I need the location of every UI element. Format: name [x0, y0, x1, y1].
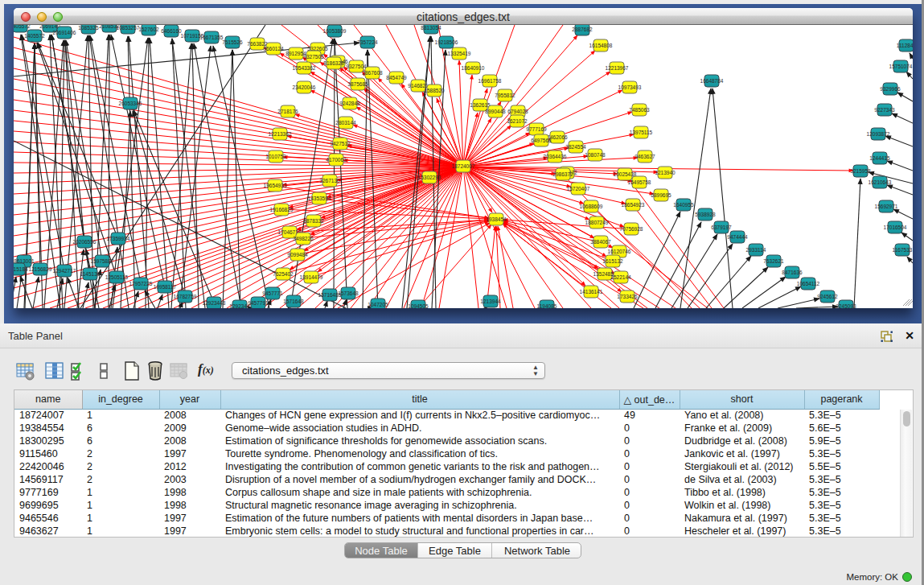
svg-text:14136141: 14136141 — [580, 289, 603, 295]
svg-text:14353594: 14353594 — [308, 196, 331, 201]
svg-text:12156829: 12156829 — [29, 266, 52, 272]
svg-text:3498226: 3498226 — [293, 236, 314, 241]
svg-text:12942717: 12942717 — [53, 268, 76, 274]
svg-text:1244415: 1244415 — [869, 155, 890, 161]
svg-text:9457771: 9457771 — [262, 290, 283, 296]
svg-text:6466160: 6466160 — [161, 28, 182, 34]
svg-text:9245612: 9245612 — [817, 294, 838, 299]
svg-text:3824554: 3824554 — [565, 144, 586, 150]
svg-text:16961758: 16961758 — [478, 78, 502, 84]
svg-text:7955812: 7955812 — [495, 93, 515, 98]
svg-text:1085325: 1085325 — [78, 25, 99, 31]
svg-text:16210643: 16210643 — [869, 179, 892, 185]
svg-text:19654933: 19654933 — [264, 183, 287, 188]
svg-text:1405572: 1405572 — [14, 25, 31, 29]
svg-text:15720407: 15720407 — [567, 186, 590, 192]
svg-text:26053346: 26053346 — [119, 101, 142, 106]
svg-text:3884067: 3884067 — [590, 239, 611, 245]
svg-text:3215958: 3215958 — [850, 168, 871, 174]
svg-text:13325419: 13325419 — [448, 51, 471, 56]
svg-text:1213940: 1213940 — [655, 170, 676, 175]
svg-text:1573648: 1573648 — [338, 290, 359, 296]
svg-text:9329966: 9329966 — [880, 86, 901, 92]
svg-text:12505115: 12505115 — [105, 274, 129, 280]
svg-text:19218506: 19218506 — [435, 39, 458, 45]
svg-text:9245093: 9245093 — [836, 303, 856, 308]
svg-text:1047205: 1047205 — [368, 302, 388, 307]
svg-text:16120746: 16120746 — [608, 249, 631, 254]
svg-text:12213362: 12213362 — [269, 131, 292, 137]
svg-text:18654923: 18654923 — [622, 202, 645, 208]
svg-text:8878332: 8878332 — [303, 218, 324, 224]
svg-text:3915184: 3915184 — [14, 266, 28, 272]
svg-text:9099484: 9099484 — [287, 252, 308, 257]
svg-text:1145139: 1145139 — [80, 271, 101, 277]
svg-text:15495758: 15495758 — [628, 179, 651, 185]
svg-text:1010753: 1010753 — [265, 154, 286, 159]
svg-text:1615132: 1615132 — [602, 258, 623, 264]
svg-text:9777169: 9777169 — [526, 126, 547, 132]
svg-text:8471636: 8471636 — [782, 270, 803, 275]
svg-text:70756928: 70756928 — [620, 226, 643, 232]
svg-text:17016504: 17016504 — [884, 225, 907, 230]
svg-text:5938928: 5938928 — [695, 212, 716, 217]
svg-text:15302293: 15302293 — [418, 175, 441, 180]
svg-text:16648784: 16648784 — [700, 78, 724, 84]
svg-text:23420046: 23420046 — [293, 84, 316, 90]
svg-text:15692971: 15692971 — [875, 204, 898, 209]
svg-text:9474444: 9474444 — [727, 234, 748, 240]
svg-text:7515526: 7515526 — [222, 39, 243, 45]
svg-text:9463627: 9463627 — [634, 154, 655, 159]
svg-text:2867608: 2867608 — [362, 70, 383, 76]
svg-text:3267130: 3267130 — [319, 178, 340, 183]
svg-text:6794028: 6794028 — [507, 109, 528, 114]
svg-text:1621072: 1621072 — [507, 118, 528, 124]
svg-text:10688609: 10688609 — [580, 204, 603, 209]
svg-text:4170063: 4170063 — [326, 157, 347, 163]
svg-text:2803144: 2803144 — [335, 120, 356, 126]
svg-text:9660124: 9660124 — [263, 46, 284, 51]
svg-text:20691406: 20691406 — [53, 30, 76, 35]
svg-text:9427512: 9427512 — [330, 141, 351, 146]
svg-text:18807249: 18807249 — [585, 220, 609, 225]
svg-text:1112845: 1112845 — [897, 43, 913, 48]
svg-text:7625402: 7625402 — [273, 271, 294, 277]
svg-text:2887682: 2887682 — [572, 27, 593, 32]
svg-text:16671355: 16671355 — [200, 35, 224, 40]
svg-text:8186328: 8186328 — [323, 60, 344, 66]
svg-text:10543362: 10543362 — [293, 65, 316, 71]
svg-text:1571648: 1571648 — [283, 299, 304, 304]
svg-text:18640910: 18640910 — [462, 65, 485, 71]
svg-text:15975887: 15975887 — [91, 258, 114, 264]
svg-text:1362615: 1362615 — [470, 102, 491, 108]
svg-text:1405572: 1405572 — [24, 33, 45, 39]
svg-text:10654112: 10654112 — [797, 281, 820, 286]
svg-text:1213944: 1213944 — [480, 299, 501, 304]
svg-text:10958117: 10958117 — [154, 284, 177, 290]
svg-text:18724007: 18724007 — [452, 163, 475, 169]
svg-text:13975115: 13975115 — [630, 130, 653, 135]
svg-text:1640955: 1640955 — [673, 202, 694, 208]
svg-text:8454749: 8454749 — [386, 75, 407, 80]
svg-text:9227343: 9227343 — [874, 107, 895, 113]
svg-text:12923448: 12923448 — [203, 300, 226, 306]
svg-text:1194085: 1194085 — [537, 303, 557, 308]
svg-text:1938454: 1938454 — [486, 216, 507, 222]
svg-text:20364436: 20364436 — [544, 154, 567, 159]
svg-text:1733426: 1733426 — [617, 294, 638, 299]
svg-text:20206556: 20206556 — [73, 239, 97, 245]
svg-text:6899695: 6899695 — [651, 192, 671, 198]
svg-text:1588520: 1588520 — [424, 88, 445, 93]
svg-text:19166825: 19166825 — [270, 207, 294, 212]
svg-text:3875685: 3875685 — [347, 81, 368, 87]
svg-text:6497568: 6497568 — [531, 138, 552, 143]
svg-text:17359934: 17359934 — [107, 236, 130, 241]
svg-text:16782759: 16782759 — [174, 294, 197, 299]
svg-text:6379197: 6379197 — [711, 225, 732, 230]
svg-text:1080748: 1080748 — [585, 152, 606, 158]
svg-text:2522144: 2522144 — [610, 274, 631, 280]
svg-text:1094505: 1094505 — [408, 303, 429, 308]
svg-text:9242848: 9242848 — [339, 101, 360, 106]
svg-text:7632621: 7632621 — [763, 258, 784, 264]
svg-text:7485063: 7485063 — [629, 107, 650, 113]
